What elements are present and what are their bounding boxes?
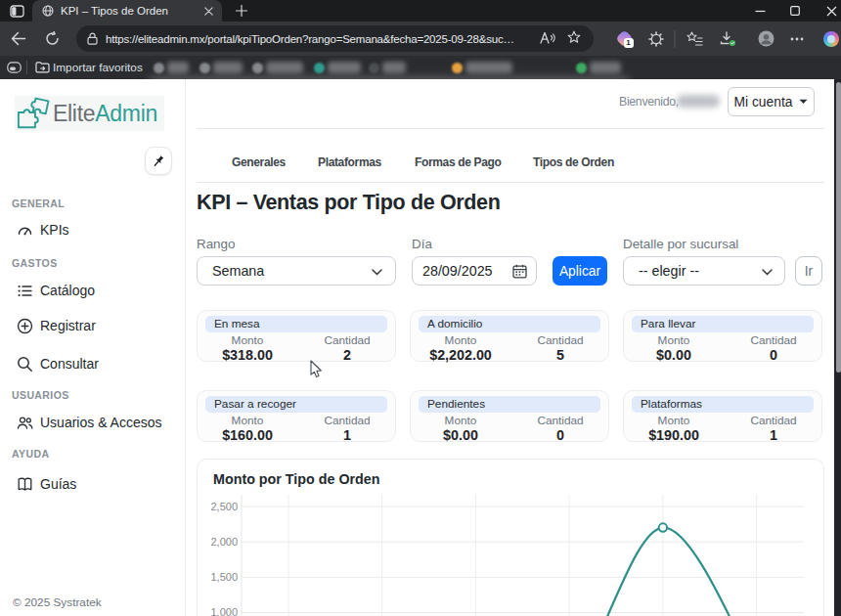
tab-formas-de-pago[interactable]: Formas de Pago: [415, 155, 501, 169]
kpi-card-title: Para llevar: [632, 316, 814, 332]
blurred-bookmark[interactable]: [167, 62, 189, 73]
window-minimize-button[interactable]: [741, 0, 778, 22]
sidebar-item-kpis[interactable]: KPIs: [0, 218, 185, 242]
kpi-card: Para llevarMonto$0.00Cantidad0: [623, 310, 822, 362]
cantidad-value: 1: [297, 428, 397, 443]
y-axis-tick: 1,000: [210, 606, 238, 616]
cantidad-value: 0: [724, 348, 823, 363]
favorite-star-icon[interactable]: [567, 30, 581, 48]
sidebar-section-usuarios: USUARIOS: [12, 389, 69, 401]
y-axis-tick: 2,500: [210, 501, 238, 512]
extensions-button[interactable]: [646, 22, 666, 56]
blurred-bookmark[interactable]: [213, 62, 243, 73]
y-axis-tick: 2,000: [210, 536, 238, 548]
blurred-bookmark[interactable]: [328, 62, 361, 73]
favorites-button[interactable]: [685, 22, 704, 56]
aplicar-button[interactable]: Aplicar: [553, 256, 607, 286]
sidebar-item-catalogo[interactable]: Catálogo: [0, 279, 185, 302]
cantidad-value: 0: [510, 428, 610, 443]
sucursal-select[interactable]: -- elegir --: [623, 256, 785, 286]
panel-icon: [7, 62, 22, 73]
cantidad-label: Cantidad: [724, 415, 823, 427]
browser-tab-strip: KPI – Tipos de Orden: [0, 0, 841, 22]
read-aloud-icon[interactable]: [540, 30, 555, 48]
book-icon: [17, 476, 33, 493]
plus-circle-icon: [17, 318, 33, 334]
tab-close-icon[interactable]: [204, 5, 213, 18]
tab-actions-button[interactable]: [5, 3, 28, 20]
blurred-bookmark[interactable]: [382, 62, 406, 73]
tab-generales[interactable]: Generales: [232, 155, 286, 169]
sidebar: EliteAdmin GENERAL KPIs GASTOS Catálogo …: [0, 79, 186, 616]
cantidad-label: Cantidad: [510, 334, 610, 347]
dia-label: Día: [412, 237, 432, 251]
dia-date-input[interactable]: 28/09/2025: [412, 256, 537, 286]
sidebar-item-guias[interactable]: Guías: [0, 472, 185, 496]
browser-tab[interactable]: KPI – Tipos de Orden: [32, 0, 222, 22]
new-tab-button[interactable]: [233, 2, 250, 20]
tab-tipos-de-orden[interactable]: Tipos de Orden: [533, 155, 614, 169]
welcome-text: Bienvenido,: [619, 95, 679, 109]
monto-value: $318.00: [198, 348, 297, 363]
chevron-down-icon: [762, 269, 773, 276]
monto-value: $0.00: [411, 428, 510, 443]
browser-toolbar: https://eliteadmin.mx/portal/kpiTipoOrde…: [0, 22, 841, 56]
page-title: KPI – Ventas por Tipo de Orden: [197, 191, 500, 215]
back-icon: [10, 31, 26, 46]
kpi-card-title: Pendientes: [419, 396, 600, 413]
browser-essentials-button[interactable]: 1: [613, 22, 635, 56]
copilot-button[interactable]: [821, 22, 841, 56]
kpi-card: En mesaMonto$318.00Cantidad2: [197, 310, 396, 362]
kpi-card-title: A domicilio: [419, 316, 600, 332]
cantidad-label: Cantidad: [297, 415, 397, 427]
blurred-bookmark[interactable]: [465, 62, 512, 73]
sidebar-item-usuarios-accesos[interactable]: Usuarios & Accesos: [0, 411, 185, 434]
downloads-button[interactable]: [718, 22, 737, 56]
cantidad-value: 5: [510, 348, 610, 363]
profile-button[interactable]: [756, 22, 775, 56]
address-bar[interactable]: https://eliteadmin.mx/portal/kpiTipoOrde…: [76, 25, 594, 52]
pin-icon: [152, 154, 165, 168]
cantidad-value: 1: [724, 428, 823, 443]
tab-plataformas[interactable]: Plataformas: [318, 155, 381, 169]
monto-label: Monto: [411, 415, 510, 427]
web-page: EliteAdmin GENERAL KPIs GASTOS Catálogo …: [0, 79, 834, 616]
brand-text: EliteAdmin: [53, 101, 157, 127]
gear-icon: [648, 31, 664, 47]
sidebar-section-gastos: GASTOS: [12, 257, 58, 269]
rango-select[interactable]: Semana: [197, 256, 396, 286]
monto-label: Monto: [624, 334, 724, 347]
line-chart: 2,5002,0001,5001,000: [198, 460, 825, 616]
kpi-card: PendientesMonto$0.00Cantidad0: [410, 390, 609, 442]
blurred-bookmark[interactable]: [266, 62, 303, 73]
sidebar-pin-button[interactable]: [145, 147, 172, 175]
window-maximize-button[interactable]: [776, 0, 814, 22]
sidebar-item-consultar[interactable]: Consultar: [0, 352, 185, 375]
brand-logo[interactable]: EliteAdmin: [15, 96, 164, 131]
bookmark-favicon: [199, 63, 210, 73]
page-scrollbar[interactable]: [834, 79, 841, 616]
kpi-card: Pasar a recogerMonto$160.00Cantidad1: [197, 390, 396, 442]
tab-title: KPI – Tipos de Orden: [61, 5, 204, 17]
kpi-card-title: Pasar a recoger: [205, 396, 387, 413]
monto-value: $2,202.00: [411, 348, 510, 363]
y-axis-tick: 1,500: [210, 571, 238, 583]
mouse-cursor: [310, 360, 324, 379]
account-menu-button[interactable]: Mi cuenta: [728, 87, 815, 116]
sidebar-item-registrar[interactable]: Registrar: [0, 314, 185, 337]
scrollbar-thumb[interactable]: [836, 82, 841, 373]
import-favorites-label[interactable]: Importar favoritos: [53, 61, 143, 74]
window-close-button[interactable]: [813, 0, 841, 22]
ir-button[interactable]: Ir: [795, 256, 822, 286]
blurred-bookmark[interactable]: [590, 62, 621, 73]
kpi-card-title: En mesa: [205, 316, 387, 332]
bookmark-favicon: [314, 63, 325, 73]
people-icon: [17, 415, 33, 431]
favorites-bar: Importar favoritos: [0, 56, 841, 79]
toolbar-divider: [673, 22, 676, 56]
globe-icon: [42, 5, 54, 17]
settings-menu-button[interactable]: [787, 22, 807, 56]
main-content: Bienvenido, Mi cuenta Generales Platafor…: [186, 79, 834, 616]
kpi-card: A domicilioMonto$2,202.00Cantidad5: [410, 310, 609, 362]
monto-value: $0.00: [624, 348, 724, 363]
